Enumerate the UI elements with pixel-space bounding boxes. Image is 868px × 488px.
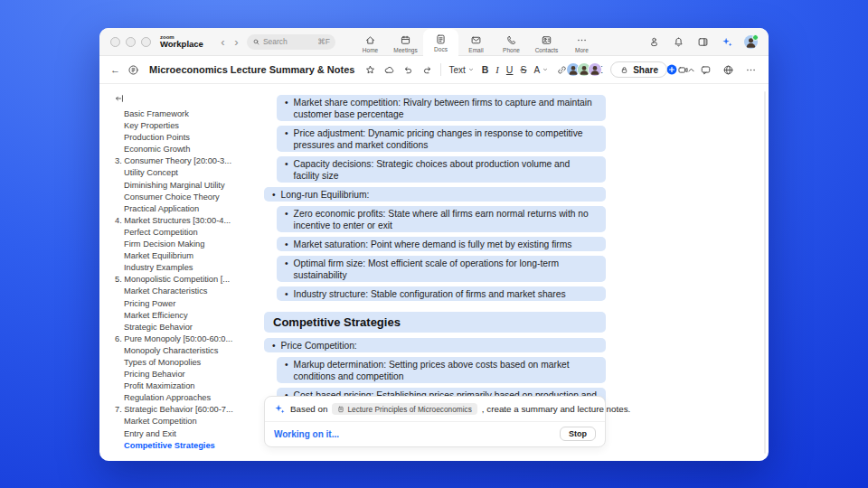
tab-contacts[interactable]: Contacts <box>529 32 564 56</box>
outline-item[interactable]: Regulation Approaches <box>99 392 258 404</box>
outline-item[interactable]: 5. Monopolistic Competition [... <box>99 274 258 286</box>
nav-back-button[interactable]: ‹ <box>216 36 230 48</box>
doc-title[interactable]: Microeconomics Lecture Summary & Notes <box>149 64 354 75</box>
user-avatar[interactable] <box>744 35 758 49</box>
source-doc-chip[interactable]: Lecture Principles of Microeconomics <box>332 403 476 415</box>
close-window-button[interactable] <box>110 37 120 47</box>
collaborator-avatar[interactable] <box>588 62 602 77</box>
outline-item[interactable]: Pricing Power <box>99 298 258 310</box>
tab-more[interactable]: More <box>564 32 599 56</box>
contacts-icon <box>541 34 552 46</box>
outline-item[interactable]: Diminishing Marginal Utility <box>99 180 258 192</box>
outline-item[interactable]: Market Efficiency <box>99 310 258 322</box>
stop-button[interactable]: Stop <box>560 427 596 441</box>
chat-bubble-icon[interactable] <box>698 62 712 77</box>
document-canvas[interactable]: •Market share competition: Rivalry betwe… <box>258 84 769 461</box>
bullet-marker: • <box>285 239 288 250</box>
outline-item[interactable]: Profit Maximization <box>99 380 258 392</box>
outline-item[interactable]: Entry and Exit <box>99 428 258 440</box>
search-input[interactable]: Search ⌘F <box>247 34 335 50</box>
bullet-block[interactable]: •Price Competition: <box>264 338 606 352</box>
outline-item[interactable]: 6. Pure Monopoly [50:00-60:0... <box>99 333 258 345</box>
outline-item[interactable]: Strategic Behavior <box>99 322 258 333</box>
bullet-text: Markup determination: Setting prices abo… <box>294 359 597 382</box>
outline-item[interactable]: Market Equilibrium <box>99 250 258 262</box>
bullet-block[interactable]: •Capacity decisions: Strategic choices a… <box>277 156 606 183</box>
bullet-block[interactable]: •Markup determination: Setting prices ab… <box>277 357 606 383</box>
doc-chip-icon <box>337 406 344 413</box>
toolbar-right-icons <box>675 62 758 77</box>
tab-home[interactable]: Home <box>353 32 388 56</box>
outline-item[interactable]: Key Properties <box>99 120 258 132</box>
outline-item[interactable]: Types of Monopolies <box>99 357 258 369</box>
bullet-block[interactable]: •Long-run Equilibrium: <box>264 187 606 202</box>
outline-item[interactable]: Firm Decision Making <box>99 239 258 250</box>
outline-item[interactable]: Practical Application <box>99 203 258 215</box>
ai-sparkle-icon[interactable] <box>720 34 734 49</box>
tab-phone[interactable]: Phone <box>494 32 529 56</box>
side-panel-icon[interactable] <box>695 34 710 49</box>
outline-item[interactable]: Basic Framework <box>99 108 258 120</box>
bullet-text: Price Competition: <box>281 340 357 352</box>
outline-item[interactable]: 7. Strategic Behavior [60:00-7... <box>99 404 258 416</box>
tab-label: More <box>575 47 589 53</box>
bullet-block[interactable]: •Zero economic profits: State where all … <box>277 206 606 232</box>
titlebar: zoom Workplace ‹ › Search ⌘F Home Meetin… <box>99 28 769 56</box>
search-placeholder: Search <box>263 37 288 46</box>
chip-label: Lecture Principles of Microeconomics <box>347 405 471 414</box>
nav-forward-button[interactable]: › <box>230 36 243 48</box>
outline-item[interactable]: Industry Examples <box>99 262 258 274</box>
outline-item[interactable]: Pricing Behavior <box>99 369 258 380</box>
outline-item[interactable]: Market Competition <box>99 416 258 427</box>
outline-item[interactable]: Utility Concept <box>99 167 258 179</box>
bullet-block[interactable]: •Price adjustment: Dynamic pricing chang… <box>277 126 606 152</box>
outline-item[interactable]: 3. Consumer Theory [20:00-3... <box>99 155 258 167</box>
bell-icon[interactable] <box>671 34 685 49</box>
underline-button[interactable]: U <box>506 64 514 75</box>
tab-meetings[interactable]: Meetings <box>388 32 423 56</box>
minimize-window-button[interactable] <box>126 37 136 47</box>
contact-icon[interactable] <box>646 34 661 49</box>
more-dots-icon[interactable] <box>743 62 758 77</box>
ai-companion-panel: Based on Lecture Principles of Microecon… <box>264 396 606 447</box>
outline-item[interactable]: Competitive Strategies <box>99 440 258 452</box>
redo-icon[interactable] <box>421 62 433 77</box>
tab-docs[interactable]: Docs <box>423 29 458 56</box>
outline-item[interactable]: Consumer Choice Theory <box>99 192 258 203</box>
logo-main-text: Workplace <box>160 40 203 49</box>
bullet-block[interactable]: •Optimal firm size: Most efficient scale… <box>277 256 606 282</box>
undo-icon[interactable] <box>402 62 414 77</box>
doc-emoji-icon[interactable] <box>127 62 139 77</box>
outline-item[interactable]: Monopoly Characteristics <box>99 345 258 357</box>
ai-status-text: Working on it... <box>274 429 339 439</box>
strikethrough-button[interactable]: S <box>520 64 526 75</box>
outline-item[interactable]: Economic Growth <box>99 144 258 155</box>
star-icon[interactable] <box>364 62 376 77</box>
maximize-window-button[interactable] <box>141 37 151 47</box>
video-camera-icon[interactable] <box>675 62 690 77</box>
text-style-dropdown[interactable]: Text <box>448 65 474 75</box>
bullet-block[interactable]: •Industry structure: Stable configuratio… <box>277 286 606 301</box>
traffic-lights <box>110 37 151 47</box>
collaborator-avatars[interactable] <box>570 62 602 77</box>
bullet-text: Price adjustment: Dynamic pricing change… <box>294 127 597 151</box>
section-heading[interactable]: Competitive Strategies <box>264 312 606 333</box>
collapse-sidebar-icon[interactable] <box>114 93 127 104</box>
bullet-block[interactable]: •Market saturation: Point where demand i… <box>277 237 606 251</box>
bullet-block[interactable]: •Market share competition: Rivalry betwe… <box>277 95 606 121</box>
bold-button[interactable]: B <box>482 64 489 75</box>
italic-button[interactable]: I <box>495 65 499 75</box>
text-color-dropdown[interactable]: A <box>533 65 549 75</box>
share-button[interactable]: Share <box>610 61 667 78</box>
outline-item[interactable]: Market Characteristics <box>99 286 258 297</box>
tab-email[interactable]: Email <box>458 32 494 56</box>
back-arrow-icon[interactable]: ← <box>110 65 120 75</box>
cloud-sync-icon[interactable] <box>383 62 395 77</box>
outline-item[interactable]: 4. Market Structures [30:00-4... <box>99 215 258 227</box>
outline-item[interactable]: Perfect Competition <box>99 227 258 239</box>
outline-item[interactable]: Production Points <box>99 132 258 144</box>
ai-prompt-row: Based on Lecture Principles of Microecon… <box>265 397 605 422</box>
globe-icon[interactable] <box>721 62 735 77</box>
ai-status-row: Working on it... Stop <box>265 422 605 446</box>
bullet-marker: • <box>285 97 288 120</box>
